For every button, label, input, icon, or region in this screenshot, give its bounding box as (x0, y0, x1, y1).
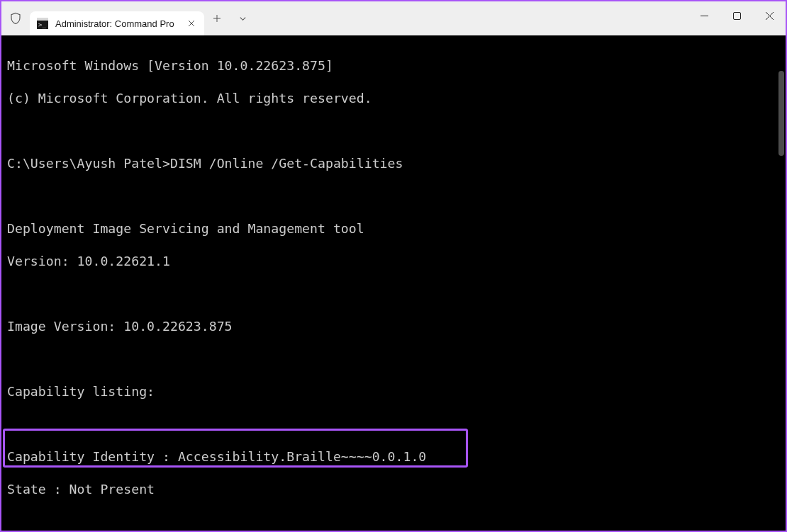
tab-dropdown-button[interactable] (230, 1, 255, 35)
tool-header: Deployment Image Servicing and Managemen… (7, 220, 780, 237)
tool-header: Version: 10.0.22621.1 (7, 253, 780, 269)
new-tab-button[interactable] (204, 1, 230, 35)
minimize-button[interactable] (688, 1, 720, 30)
blank-line (7, 123, 780, 139)
shield-icon (1, 1, 30, 35)
prompt-line: C:\Users\Ayush Patel>DISM /Online /Get-C… (7, 155, 780, 171)
scrollbar-thumb[interactable] (778, 71, 784, 156)
capability-identity: Capability Identity : Accessibility.Brai… (7, 448, 780, 465)
blank-line (7, 285, 780, 302)
blank-line (7, 416, 780, 432)
svg-rect-8 (733, 12, 740, 19)
svg-rect-1 (37, 18, 48, 21)
image-version: Image Version: 10.0.22623.875 (7, 318, 780, 334)
titlebar: >_ Administrator: Command Pro (1, 1, 786, 35)
tab-title: Administrator: Command Pro (55, 18, 186, 29)
svg-text:>_: >_ (38, 21, 46, 28)
maximize-button[interactable] (720, 1, 753, 30)
cmd-icon: >_ (37, 18, 48, 29)
banner-line: Microsoft Windows [Version 10.0.22623.87… (7, 57, 780, 74)
blank-line (7, 351, 780, 367)
close-window-button[interactable] (753, 1, 786, 30)
capability-state: State : Not Present (7, 481, 780, 497)
blank-line (7, 188, 780, 204)
listing-header: Capability listing: (7, 383, 780, 400)
terminal-output[interactable]: Microsoft Windows [Version 10.0.22623.87… (1, 35, 786, 531)
tab-command-prompt[interactable]: >_ Administrator: Command Pro (30, 11, 204, 35)
blank-line (7, 514, 780, 530)
window-controls (688, 1, 786, 30)
tab-close-button[interactable] (186, 18, 197, 29)
banner-line: (c) Microsoft Corporation. All rights re… (7, 90, 780, 106)
